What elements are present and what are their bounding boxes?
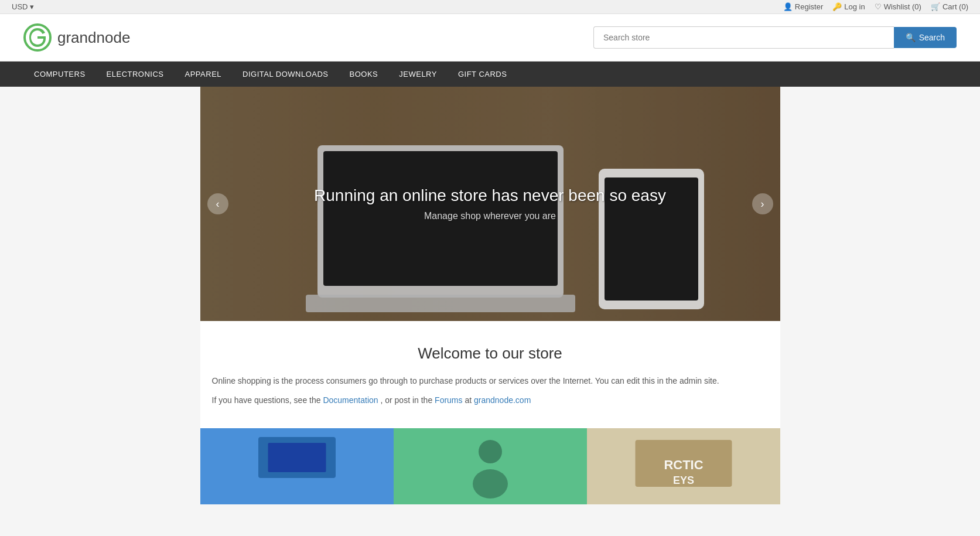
svg-point-20	[479, 440, 502, 463]
nav-list: COMPUTERS ELECTRONICS APPAREL DIGITAL DO…	[23, 62, 957, 87]
hero-slider: Running an online store has never been s…	[200, 87, 780, 321]
category-thumb-1[interactable]	[200, 428, 394, 504]
search-bar: 🔍 Search	[593, 26, 957, 49]
login-icon: 🔑	[832, 2, 842, 11]
nav-item-jewelry: JEWELRY	[388, 62, 448, 87]
user-icon: 👤	[783, 2, 793, 11]
logo-icon	[23, 23, 52, 52]
category-thumb-2-img	[394, 428, 587, 504]
svg-text:RCTIC: RCTIC	[664, 458, 703, 472]
register-link[interactable]: 👤 Register	[783, 2, 823, 11]
search-input[interactable]	[593, 26, 894, 49]
category-thumbnails: RCTIC EYS	[200, 416, 780, 504]
nav-item-digital-downloads: DIGITAL DOWNLOADS	[232, 62, 339, 87]
welcome-description: Online shopping is the process consumers…	[212, 374, 769, 388]
welcome-title: Welcome to our store	[212, 344, 769, 363]
slider-subheadline: Manage shop wherever you are	[314, 211, 666, 221]
site-logo[interactable]: grandnode	[23, 23, 130, 52]
currency-selector[interactable]: USD ▾	[12, 2, 34, 11]
slider-prev-button[interactable]: ‹	[207, 193, 228, 214]
slider-image: Running an online store has never been s…	[200, 87, 780, 321]
content-wrapper: Running an online store has never been s…	[200, 87, 780, 504]
site-link[interactable]: grandnode.com	[474, 395, 531, 405]
nav-link-gift-cards[interactable]: GIFT CARDS	[448, 62, 518, 87]
top-links: 👤 Register 🔑 Log in ♡ Wishlist (0) 🛒 Car…	[783, 2, 968, 11]
slider-headline: Running an online store has never been s…	[314, 186, 666, 205]
slider-next-button[interactable]: ›	[752, 193, 773, 214]
logo-text: grandnode	[57, 29, 130, 47]
top-bar: USD ▾ 👤 Register 🔑 Log in ♡ Wishlist (0)…	[0, 0, 980, 14]
nav-item-electronics: ELECTRONICS	[96, 62, 175, 87]
nav-item-books: BOOKS	[339, 62, 389, 87]
nav-item-apparel: APPAREL	[175, 62, 233, 87]
category-thumb-3[interactable]: RCTIC EYS	[587, 428, 780, 504]
nav-link-computers[interactable]: COMPUTERS	[23, 62, 96, 87]
svg-point-21	[473, 469, 508, 499]
currency-dropdown-icon: ▾	[30, 2, 34, 11]
search-button[interactable]: 🔍 Search	[894, 27, 957, 48]
forums-link[interactable]: Forums	[435, 395, 465, 405]
category-thumb-1-img	[200, 428, 394, 504]
documentation-link[interactable]: Documentation	[323, 395, 380, 405]
svg-rect-6	[306, 295, 575, 312]
nav-link-digital-downloads[interactable]: DIGITAL DOWNLOADS	[232, 62, 339, 87]
currency-value: USD	[12, 2, 28, 11]
welcome-links: If you have questions, see the Documenta…	[212, 395, 769, 405]
heart-icon: ♡	[875, 2, 882, 11]
search-icon: 🔍	[906, 33, 916, 42]
main-nav: COMPUTERS ELECTRONICS APPAREL DIGITAL DO…	[0, 62, 980, 87]
site-header: grandnode 🔍 Search	[0, 14, 980, 62]
svg-text:EYS: EYS	[672, 474, 694, 486]
wishlist-link[interactable]: ♡ Wishlist (0)	[875, 2, 921, 11]
welcome-section: Welcome to our store Online shopping is …	[200, 321, 780, 416]
category-thumb-2[interactable]	[394, 428, 587, 504]
nav-link-jewelry[interactable]: JEWELRY	[388, 62, 448, 87]
nav-item-gift-cards: GIFT CARDS	[448, 62, 518, 87]
cart-link[interactable]: 🛒 Cart (0)	[931, 2, 968, 11]
nav-link-electronics[interactable]: ELECTRONICS	[96, 62, 175, 87]
nav-item-computers: COMPUTERS	[23, 62, 96, 87]
svg-rect-18	[268, 443, 326, 472]
nav-link-apparel[interactable]: APPAREL	[175, 62, 233, 87]
cart-icon: 🛒	[931, 2, 940, 11]
nav-link-books[interactable]: BOOKS	[339, 62, 389, 87]
slider-text: Running an online store has never been s…	[314, 186, 666, 221]
category-thumb-3-img: RCTIC EYS	[587, 428, 780, 504]
login-link[interactable]: 🔑 Log in	[832, 2, 865, 11]
